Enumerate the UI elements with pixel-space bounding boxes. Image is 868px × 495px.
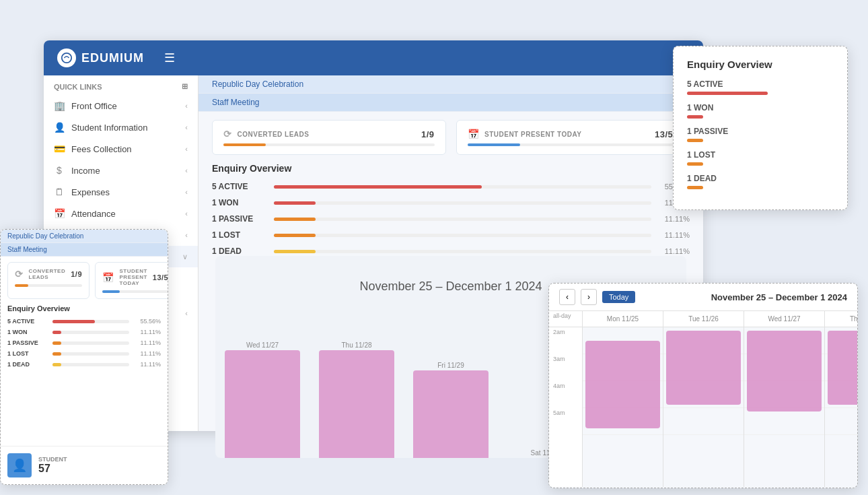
cal-today-btn[interactable]: Today xyxy=(602,291,635,303)
leads-progress-bar xyxy=(223,143,266,146)
s-row-dead: 1 DEAD 11.11% xyxy=(7,361,161,368)
s-row-active: 5 ACTIVE 55.56% xyxy=(7,318,161,325)
second-leads-label: CONVERTED LEADS xyxy=(29,268,66,280)
student-progress-bar xyxy=(468,143,520,146)
fees-icon: 💳 xyxy=(54,143,65,154)
student-info-icon: 👤 xyxy=(54,122,65,133)
cal-days: Mon 11/25 Tue 11/26 xyxy=(583,311,857,487)
won-bar xyxy=(274,201,316,205)
popup-passive-bar xyxy=(687,139,703,142)
lost-pct: 11.11% xyxy=(659,231,690,239)
sidebar-label-income: Income xyxy=(71,166,100,176)
popup-won-bar xyxy=(687,115,703,119)
enquiry-title: Enquiry Overview xyxy=(212,163,690,174)
popup-dead-label: 1 DEAD xyxy=(687,174,834,183)
student-label: STUDENT xyxy=(38,456,67,463)
enquiry-row-dead: 1 DEAD 11.11% xyxy=(212,246,690,256)
bg-calendar-title: November 25 – December 1 2024 xyxy=(359,269,542,300)
second-student-icon: 📅 xyxy=(102,272,114,283)
large-calendar-window: ‹ › Today November 25 – December 1 2024 … xyxy=(548,283,858,488)
sidebar-item-attendance[interactable]: 📅 Attendance ‹ xyxy=(44,203,198,224)
sidebar-item-fees-collection[interactable]: 💳 Fees Collection ‹ xyxy=(44,138,198,160)
student-avatar-icon: 👤 xyxy=(12,458,27,473)
logo-icon xyxy=(57,48,76,67)
attendance-icon: 📅 xyxy=(54,208,65,219)
cal-day-wed: Wed 11/27 xyxy=(744,311,825,487)
cal-event-thu xyxy=(828,331,857,405)
logo-area: EDUMIUM xyxy=(57,48,144,67)
second-student-val: 13/57 xyxy=(153,273,168,282)
enquiry-won-label: 1 WON xyxy=(212,198,266,207)
second-student-label: STUDENT PRESENT TODAY xyxy=(120,268,147,286)
lost-bar xyxy=(274,234,316,237)
second-leads-val: 1/9 xyxy=(71,270,82,278)
sidebar-item-student-information[interactable]: 👤 Student Information ‹ xyxy=(44,117,198,138)
popup-lost-bar xyxy=(687,162,703,166)
sidebar-label-student-info: Student Information xyxy=(71,123,147,133)
passive-bar xyxy=(274,218,316,221)
student-avatar: 👤 xyxy=(7,453,32,477)
student-bar-container xyxy=(468,143,679,146)
cal-header: ‹ › Today November 25 – December 1 2024 xyxy=(549,284,857,311)
enquiry-active-label: 5 ACTIVE xyxy=(212,182,266,191)
cal-next-btn[interactable]: › xyxy=(581,289,597,305)
front-office-icon: 🏢 xyxy=(54,100,65,111)
popup-passive-label: 1 PASSIVE xyxy=(687,127,834,136)
cal-grid: all-day 2am 3am 4am 5am Mon 11/25 Tue xyxy=(549,311,857,487)
popup-active-bar xyxy=(687,92,768,95)
popup-active: 5 ACTIVE xyxy=(687,79,834,95)
second-staff-event: Staff Meeting xyxy=(1,243,168,257)
hamburger-menu[interactable]: ☰ xyxy=(164,51,175,65)
enquiry-lost-label: 1 LOST xyxy=(212,230,266,240)
dead-pct: 11.11% xyxy=(659,247,690,255)
converted-leads-value: 1/9 xyxy=(421,129,435,139)
sidebar-item-income[interactable]: $ Income ‹ xyxy=(44,160,198,181)
leads-icon: ⟳ xyxy=(223,129,232,139)
active-bar xyxy=(274,185,482,189)
popup-title: Enquiry Overview xyxy=(687,59,834,70)
cal-time-col: all-day 2am 3am 4am 5am xyxy=(549,311,583,487)
popup-active-label: 5 ACTIVE xyxy=(687,79,834,89)
quick-links-header: Quick Links ⊞ xyxy=(44,75,198,95)
enquiry-passive-label: 1 PASSIVE xyxy=(212,214,266,224)
second-leads-card: ⟳ CONVERTED LEADS 1/9 xyxy=(7,262,89,299)
second-app-window: Republic Day Celebration Staff Meeting ⟳… xyxy=(0,229,168,485)
sidebar-item-expenses[interactable]: 🗒 Expenses ‹ xyxy=(44,181,198,203)
income-icon: $ xyxy=(54,165,65,176)
s-row-passive: 1 PASSIVE 11.11% xyxy=(7,339,161,346)
enquiry-row-won: 1 WON 11.11% xyxy=(212,198,690,207)
popup-dead: 1 DEAD xyxy=(687,174,834,189)
popup-dead-bar xyxy=(687,186,703,189)
cal-prev-btn[interactable]: ‹ xyxy=(559,289,575,305)
second-leads-icon: ⟳ xyxy=(15,269,24,279)
sidebar-item-front-office[interactable]: 🏢 Front Office ‹ xyxy=(44,95,198,117)
bg-day-1: Wed 11/27 xyxy=(215,341,310,458)
student-present-card: 📅 STUDENT PRESENT TODAY 13/57 xyxy=(456,120,690,155)
popup-lost: 1 LOST xyxy=(687,150,834,166)
popup-passive: 1 PASSIVE xyxy=(687,127,834,142)
app-name: EDUMIUM xyxy=(81,51,144,65)
cal-day-thu: Thu 11/28 xyxy=(825,311,857,487)
passive-pct: 11.11% xyxy=(659,215,690,223)
expenses-icon: 🗒 xyxy=(54,187,65,197)
second-republic-event: Republic Day Celebration xyxy=(1,230,168,243)
second-student-card: 📅 STUDENT PRESENT TODAY 13/57 xyxy=(95,262,168,299)
converted-leads-label: CONVERTED LEADS xyxy=(238,131,310,138)
bg-day-3: Fri 11/29 xyxy=(404,362,498,458)
enquiry-row-passive: 1 PASSIVE 11.11% xyxy=(212,214,690,224)
popup-lost-label: 1 LOST xyxy=(687,150,834,160)
bg-day-2: Thu 11/28 xyxy=(310,341,404,458)
svg-point-0 xyxy=(62,53,71,63)
sidebar-label-fees: Fees Collection xyxy=(71,144,132,154)
enquiry-row-lost: 1 LOST 11.11% xyxy=(212,230,690,240)
student-count: 57 xyxy=(38,463,67,475)
grid-icon: ⊞ xyxy=(182,82,188,91)
cal-day-mon: Mon 11/25 xyxy=(583,311,663,487)
stats-row: ⟳ CONVERTED LEADS 1/9 📅 STUDENT PRESENT … xyxy=(198,112,703,163)
enquiry-row-active: 5 ACTIVE 55.56% xyxy=(212,182,690,191)
leads-bar-container xyxy=(223,143,435,146)
cal-event-mon xyxy=(585,341,660,428)
student-card: 👤 STUDENT 57 xyxy=(1,446,168,484)
cal-day-tue: Tue 11/26 xyxy=(663,311,744,487)
staff-meeting-event: Staff Meeting xyxy=(198,94,703,112)
